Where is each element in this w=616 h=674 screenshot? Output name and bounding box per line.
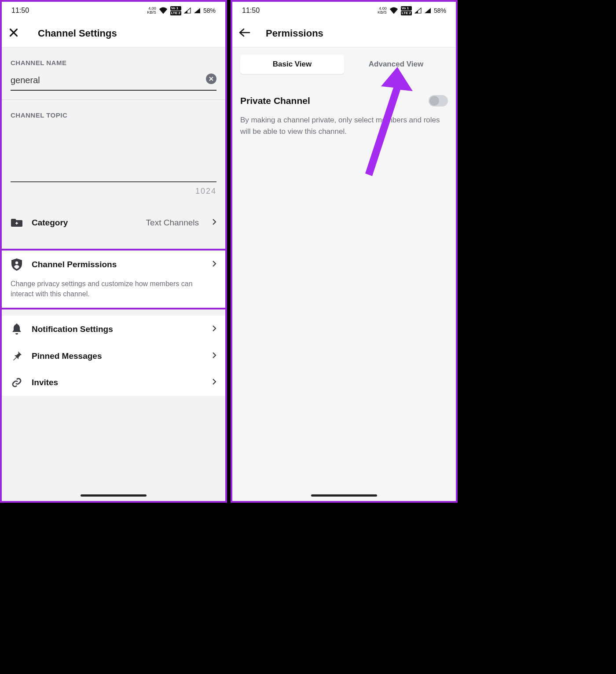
status-bar: 11:50 4.00 KB/S Vo 1 LTE 2 58% (232, 2, 456, 19)
permissions-desc: Change privacy settings and customize ho… (2, 279, 225, 308)
private-channel-title: Private Channel (240, 96, 310, 106)
status-right: 4.00 KB/S Vo 1 LTE 2 58% (147, 6, 216, 15)
chevron-right-icon (212, 325, 216, 334)
wifi-icon (389, 7, 398, 14)
category-value: Text Channels (146, 218, 199, 228)
header: Permissions (232, 19, 456, 48)
folder-plus-icon (11, 218, 23, 228)
notifications-row[interactable]: Notification Settings (2, 316, 225, 343)
status-bar: 11:50 4.00 KB/S Vo 1 LTE 2 58% (2, 2, 225, 19)
content-scroll[interactable]: Basic View Advanced View Private Channel… (232, 48, 456, 501)
chevron-right-icon (212, 352, 216, 361)
status-time: 11:50 (242, 7, 260, 15)
pin-icon (11, 351, 23, 361)
private-channel-desc: By making a channel private, only select… (240, 114, 448, 137)
channel-topic-label: CHANNEL TOPIC (2, 100, 225, 125)
chevron-right-icon (212, 260, 216, 269)
channel-name-input[interactable] (11, 73, 216, 91)
close-icon[interactable] (8, 27, 19, 40)
tab-advanced-view[interactable]: Advanced View (344, 55, 448, 74)
clear-name-icon[interactable] (206, 74, 216, 84)
channel-name-label: CHANNEL NAME (2, 48, 225, 73)
invites-label: Invites (32, 378, 203, 387)
gesture-bar (81, 494, 147, 497)
signal-2-icon (194, 7, 201, 14)
tab-basic-view[interactable]: Basic View (240, 55, 344, 74)
chevron-right-icon (212, 218, 216, 227)
lte-badges: Vo 1 LTE 2 (401, 6, 412, 15)
status-kbs: 4.00 KB/S (147, 7, 156, 15)
gesture-bar (311, 494, 377, 497)
bell-icon (11, 324, 23, 335)
signal-1-icon (414, 7, 422, 14)
status-time: 11:50 (11, 7, 29, 15)
private-channel-toggle[interactable] (429, 95, 448, 107)
permissions-row[interactable]: Channel Permissions (2, 250, 225, 279)
page-title: Channel Settings (38, 28, 117, 39)
phone-permissions: 11:50 4.00 KB/S Vo 1 LTE 2 58% Permissio… (231, 0, 458, 503)
status-right: 4.00 KB/S Vo 1 LTE 2 58% (378, 6, 446, 15)
back-icon[interactable] (238, 28, 251, 39)
topic-char-limit: 1024 (2, 184, 225, 210)
status-kbs: 4.00 KB/S (378, 7, 387, 15)
category-row[interactable]: Category Text Channels (2, 210, 225, 236)
pinned-row[interactable]: Pinned Messages (2, 343, 225, 369)
header: Channel Settings (2, 19, 225, 48)
notifications-label: Notification Settings (32, 324, 203, 334)
view-tabs: Basic View Advanced View (232, 48, 456, 85)
chevron-right-icon (212, 378, 216, 387)
wifi-icon (159, 7, 168, 14)
lte-badges: Vo 1 LTE 2 (170, 6, 181, 15)
page-title: Permissions (266, 28, 323, 39)
invites-row[interactable]: Invites (2, 369, 225, 396)
link-icon (11, 377, 23, 388)
permissions-label: Channel Permissions (32, 260, 203, 269)
shield-user-icon (11, 258, 23, 271)
permissions-highlight: Channel Permissions Change privacy setti… (2, 249, 225, 309)
signal-2-icon (424, 7, 431, 14)
phone-channel-settings: 11:50 4.00 KB/S Vo 1 LTE 2 58% Channel S… (0, 0, 227, 503)
pinned-label: Pinned Messages (32, 351, 203, 361)
svg-point-0 (15, 261, 18, 264)
category-label: Category (32, 218, 137, 228)
status-battery: 58% (203, 7, 216, 14)
channel-topic-input[interactable] (11, 125, 216, 182)
content-scroll[interactable]: CHANNEL NAME CHANNEL TOPIC 1024 Category… (2, 48, 225, 501)
signal-1-icon (184, 7, 191, 14)
status-battery: 58% (434, 7, 446, 14)
